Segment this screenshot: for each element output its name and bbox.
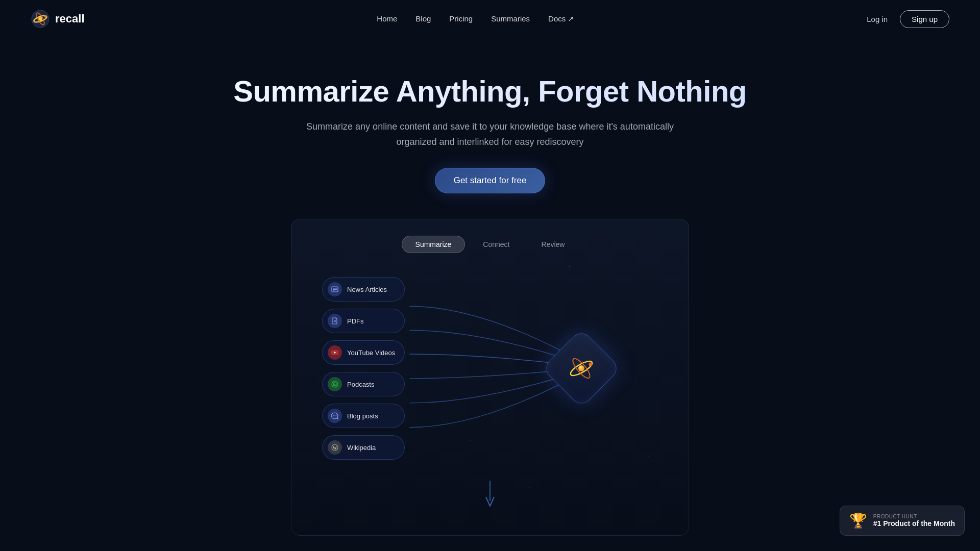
hero-section: Summarize Anything, Forget Nothing Summa… bbox=[0, 38, 980, 536]
nav-pricing[interactable]: Pricing bbox=[449, 14, 473, 23]
signup-button[interactable]: Sign up bbox=[900, 10, 949, 28]
diamond-inner bbox=[566, 353, 597, 384]
youtube-icon bbox=[328, 345, 342, 360]
recall-diamond bbox=[542, 329, 621, 409]
svg-point-16 bbox=[333, 416, 334, 417]
svg-text:W: W bbox=[333, 446, 337, 450]
product-hunt-badge[interactable]: 🏆 PRODUCT HUNT #1 Product of the Month bbox=[840, 506, 965, 536]
svg-point-17 bbox=[334, 416, 335, 417]
source-pill-youtube: YouTube Videos bbox=[322, 340, 405, 365]
tab-summarize[interactable]: Summarize bbox=[402, 236, 465, 253]
ph-label: PRODUCT HUNT bbox=[873, 514, 955, 519]
wikipedia-label: Wikipedia bbox=[347, 444, 376, 452]
nav-links: Home Blog Pricing Summaries Docs ↗ bbox=[377, 14, 574, 23]
source-pill-blog: Blog posts bbox=[322, 404, 405, 428]
news-label: News Articles bbox=[347, 286, 387, 293]
hero-subtitle: Summarize any online content and save it… bbox=[306, 119, 674, 149]
source-pills: News Articles PDFs bbox=[322, 277, 405, 460]
source-pill-news: News Articles bbox=[322, 277, 405, 302]
logo-text: recall bbox=[55, 12, 85, 26]
news-icon bbox=[328, 282, 342, 296]
tabs: Summarize Connect Review bbox=[291, 236, 689, 253]
nav-docs[interactable]: Docs ↗ bbox=[548, 14, 574, 23]
cta-button[interactable]: Get started for free bbox=[435, 168, 546, 193]
svg-point-23 bbox=[578, 365, 584, 371]
wikipedia-icon: W bbox=[328, 440, 342, 455]
blog-icon bbox=[328, 409, 342, 423]
tab-review[interactable]: Review bbox=[528, 236, 579, 253]
pdf-label: PDFs bbox=[347, 317, 364, 325]
svg-point-24 bbox=[589, 363, 593, 366]
demo-container: Summarize Connect Review bbox=[291, 219, 689, 536]
svg-point-3 bbox=[38, 17, 42, 21]
nav-home[interactable]: Home bbox=[377, 14, 397, 23]
nav-blog[interactable]: Blog bbox=[415, 14, 431, 23]
center-logo bbox=[553, 340, 609, 396]
podcast-icon bbox=[328, 377, 342, 391]
pdf-icon bbox=[328, 314, 342, 328]
viz-area: News Articles PDFs bbox=[291, 271, 689, 465]
source-pill-wikipedia: W Wikipedia bbox=[322, 435, 405, 460]
hero-title: Summarize Anything, Forget Nothing bbox=[31, 74, 949, 108]
source-pill-pdf: PDFs bbox=[322, 309, 405, 333]
podcast-label: Podcasts bbox=[347, 381, 374, 388]
nav-actions: Log in Sign up bbox=[867, 10, 949, 28]
blog-label: Blog posts bbox=[347, 412, 378, 420]
navbar: recall Home Blog Pricing Summaries Docs … bbox=[0, 0, 980, 38]
login-button[interactable]: Log in bbox=[867, 15, 888, 23]
tab-connect[interactable]: Connect bbox=[469, 236, 523, 253]
scroll-arrow bbox=[291, 465, 689, 515]
ph-title: #1 Product of the Month bbox=[873, 519, 955, 528]
youtube-label: YouTube Videos bbox=[347, 349, 395, 357]
svg-point-15 bbox=[334, 384, 335, 385]
ph-text: PRODUCT HUNT #1 Product of the Month bbox=[873, 514, 955, 528]
logo[interactable]: recall bbox=[31, 9, 85, 29]
nav-summaries[interactable]: Summaries bbox=[491, 14, 530, 23]
source-pill-podcasts: Podcasts bbox=[322, 372, 405, 396]
svg-point-4 bbox=[44, 15, 46, 18]
trophy-icon: 🏆 bbox=[849, 512, 867, 529]
svg-point-18 bbox=[336, 416, 337, 417]
